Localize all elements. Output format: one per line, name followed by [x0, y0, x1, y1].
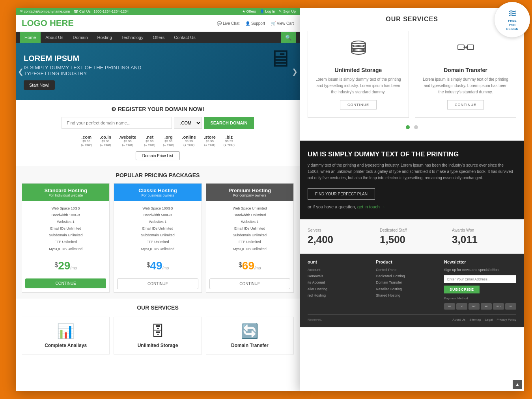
footer-link-account[interactable]: Account: [308, 267, 368, 273]
pricing-card-standard: Standard Hosting For Individual website …: [22, 183, 110, 293]
topbar-login[interactable]: 👤 Log In: [260, 9, 275, 13]
nav-contact[interactable]: Contact Us: [169, 32, 200, 43]
hero-next-arrow[interactable]: ❯: [292, 67, 298, 76]
nav-about[interactable]: About Us: [41, 32, 68, 43]
search-domain-button[interactable]: SEARCH DOMAIN: [204, 117, 254, 129]
payment-icons: PP V MC AE WU SE: [444, 303, 516, 310]
service-name-domain: Domain Transfer: [210, 343, 289, 348]
dark-contact: or if you have a question, get in touch …: [308, 204, 516, 209]
footer-link-reseller-hosting[interactable]: Reseller Hosting: [376, 286, 436, 292]
footer-sitemap-link[interactable]: Sitemap: [469, 318, 481, 321]
left-services-section: OUR SERVICES 📊 Complete Analisys 🗄 Unlim…: [16, 299, 300, 360]
svg-rect-6: [467, 45, 474, 50]
footer-link-renewals[interactable]: Renewals: [308, 273, 368, 279]
plan-price-standard: $29/mo: [22, 256, 109, 275]
support-link[interactable]: 👤 Support: [245, 21, 265, 26]
footer-link-dedicated[interactable]: Dedicated Hosting: [376, 273, 436, 279]
footer-col-account: ount Account Renewals ite Account eller …: [308, 260, 368, 310]
domain-ext-select[interactable]: .COM .NET .ORG: [174, 117, 202, 129]
plan-sub-standard: For Individual website: [26, 193, 105, 197]
stat-servers: Servers 2,400: [308, 228, 372, 246]
continue-premium-button[interactable]: CONTINUE: [209, 278, 290, 289]
pricing-card-classic: Classic Hosting For business owners Web …: [114, 183, 202, 293]
svg-rect-5: [458, 45, 464, 50]
right-storage-icon: [314, 39, 403, 62]
nav-offers[interactable]: Offers: [148, 32, 169, 43]
topbar-signup[interactable]: ✎ Sign Up: [279, 9, 296, 13]
footer-link-domain-transfer[interactable]: Domain Transfer: [376, 279, 436, 286]
service-name-analysis: Complete Analisys: [26, 343, 105, 348]
right-storage-name: Unlimited Storage: [314, 67, 403, 73]
footer-link-control[interactable]: Control Panel: [376, 267, 436, 273]
domain-price-list-button[interactable]: Domain Price List: [136, 151, 180, 160]
hero-prev-arrow[interactable]: ❮: [18, 67, 24, 76]
scroll-up-button[interactable]: ▲: [513, 380, 522, 389]
stats-section: Servers 2,400 Dedicated Staff 1,500 Awar…: [300, 219, 524, 254]
nav-home[interactable]: Home: [20, 32, 41, 43]
get-in-touch-link[interactable]: get in touch →: [357, 204, 385, 209]
right-service-domain: Domain Transfer Lorem ipsum is simply du…: [415, 31, 516, 118]
dot-2[interactable]: [414, 125, 418, 129]
footer-link-reseller[interactable]: eller Hosting: [308, 286, 368, 292]
stat-servers-label: Servers: [308, 228, 372, 232]
footer-link-shared[interactable]: red Hosting: [308, 292, 368, 299]
website-left: ✉ contact@companyname.com ☎ Call Us : 18…: [16, 8, 300, 391]
stat-awards-label: Awards Won: [452, 228, 516, 232]
continue-storage-button[interactable]: CONTINUE: [340, 100, 377, 109]
service-item-storage: 🗄 Unlimited Storage: [114, 317, 202, 354]
plan-sub-classic: For business owners: [118, 193, 197, 197]
free-psd-badge: ≋ FREEPSDDESIGN: [495, 2, 530, 37]
continue-classic-button[interactable]: CONTINUE: [117, 278, 198, 289]
carousel-dots: [308, 124, 516, 131]
domain-extensions: .com$9.99(1 Year) .co.in$9.99(1 Year) .w…: [24, 135, 292, 147]
footer-link-shared-hosting[interactable]: Shared Hosting: [376, 292, 436, 299]
service-name-storage: Unlimited Storage: [118, 343, 197, 348]
plan-price-classic: $49/mo: [114, 256, 201, 275]
pricing-card-premium: Premium Hosting For company owners Web S…: [206, 183, 294, 293]
continue-standard-button[interactable]: CONTINUE: [25, 278, 106, 288]
domain-search-input[interactable]: [62, 117, 172, 129]
pricing-section: POPULAR PRICING PACKAGES Standard Hostin…: [16, 166, 300, 299]
dark-section: UM IS SIMPLY DUMMY TEXT OF THE PRINTING …: [300, 141, 524, 219]
newsletter-email-input[interactable]: [444, 275, 516, 283]
site-footer: ount Account Renewals ite Account eller …: [300, 254, 524, 327]
subscribe-button[interactable]: SUBSCRIBE: [444, 286, 480, 293]
footer-legal-link[interactable]: Legal: [485, 318, 493, 321]
stat-awards: Awards Won 3,011: [452, 228, 516, 246]
main-nav: Home About Us Domain Hosting Technology …: [16, 32, 300, 43]
nav-hosting[interactable]: Hosting: [93, 32, 117, 43]
plan-name-classic: Classic Hosting: [118, 187, 197, 193]
start-now-button[interactable]: Start Now!: [24, 80, 55, 90]
topbar-email: ✉ contact@companyname.com: [20, 9, 70, 13]
plan-features-premium: Web Space UnlimitedBandwidth UnlimitedWe…: [206, 201, 293, 256]
sepa-icon: SE: [505, 303, 516, 310]
topbar: ✉ contact@companyname.com ☎ Call Us : 18…: [16, 8, 300, 15]
footer-about-link[interactable]: About Us: [452, 318, 465, 321]
right-storage-desc: Lorem ipsum is simply dummy text of the …: [314, 76, 403, 95]
badge-text: FREEPSDDESIGN: [506, 19, 519, 31]
nav-search-button[interactable]: 🔍: [281, 32, 296, 43]
view-cart-link[interactable]: 🛒 View Cart: [271, 21, 294, 26]
dot-1[interactable]: [406, 125, 410, 129]
newsletter-desc: Sign up for news and special offers: [444, 267, 516, 273]
right-domain-name: Domain Transfer: [421, 67, 510, 73]
live-chat-link[interactable]: 💬 Live Chat: [217, 21, 239, 26]
footer-link-site-account[interactable]: ite Account: [308, 279, 368, 286]
stat-awards-value: 3,011: [452, 234, 516, 246]
stat-staff-value: 1,500: [380, 234, 444, 246]
topbar-offers[interactable]: ★ Offers: [242, 9, 256, 13]
nav-domain[interactable]: Domain: [68, 32, 93, 43]
footer-privacy-link[interactable]: Privacy Policy: [497, 318, 516, 321]
footer-product-title: Product: [376, 260, 436, 264]
analysis-icon: 📊: [26, 323, 105, 340]
continue-domain-button[interactable]: CONTINUE: [447, 100, 484, 109]
hero-servers-graphic: 🖥: [268, 45, 292, 72]
right-services-section: OUR SERVICES Unlimited Storage Lorem ips…: [300, 8, 524, 141]
payment-label: Payment Method: [444, 297, 516, 300]
domain-section: ⚙ REGISTER YOUR DOMAIN NOW! .COM .NET .O…: [16, 100, 300, 166]
nav-technology[interactable]: Technology: [117, 32, 148, 43]
stat-staff: Dedicated Staff 1,500: [380, 228, 444, 246]
amex-icon: AE: [481, 303, 492, 310]
find-plan-button[interactable]: FIND YOUR PERFECT PLAN: [308, 188, 375, 200]
stat-staff-label: Dedicated Staff: [380, 228, 444, 232]
